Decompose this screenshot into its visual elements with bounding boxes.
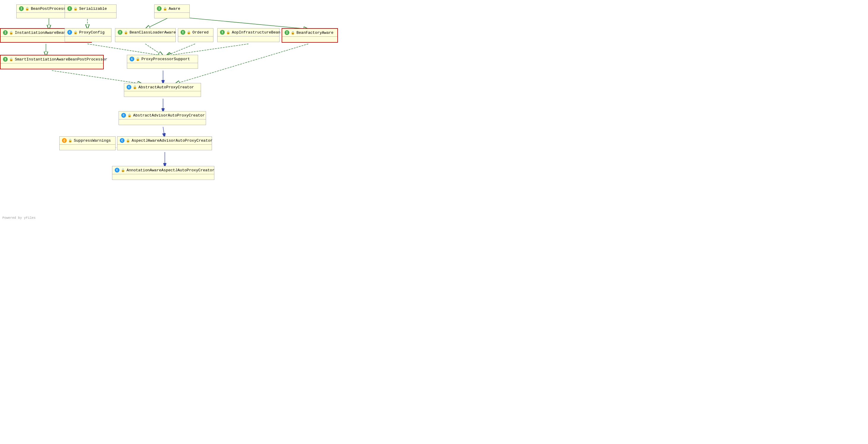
node-abstractadvisorautoproxycreator-header: C 🔒 AbstractAdvisorAutoProxyCreator	[119, 112, 206, 120]
node-aopinfrastructurebean-header: I 🔒 AopInfrastructureBean	[218, 28, 279, 36]
badge-i-bpp: I	[19, 6, 24, 11]
node-abstractadvisorautoproxycreator-label: AbstractAdvisorAutoProxyCreator	[133, 113, 205, 118]
node-beanclassloaderaware-label: BeanClassLoaderAware	[129, 30, 176, 35]
badge-c-aaaapc: C	[115, 168, 120, 172]
node-smartinstantiation-body	[1, 63, 103, 69]
node-beanfactoryaware-label: BeanFactoryAware	[297, 31, 334, 35]
node-beanfactoryaware[interactable]: I 🔒 BeanFactoryAware	[282, 28, 338, 43]
node-abstractadvisorautoproxycreator-body	[119, 120, 206, 125]
node-smartinstantiation-label: SmartInstantiationAwareBeanPostProcessor	[15, 57, 107, 62]
svg-line-15	[52, 70, 142, 84]
node-proxyprocessorsupport-header: C 🔒 ProxyProcessorSupport	[127, 55, 198, 63]
node-smartinstantiation-header: I 🔒 SmartInstantiationAwareBeanPostProce…	[1, 56, 103, 63]
node-annotationaware-header: C 🔒 AnnotationAwareAspectJAutoProxyCreat…	[112, 166, 214, 174]
badge-i-siabpp: I	[3, 57, 8, 62]
node-aware-header: I 🔒 Aware	[154, 5, 189, 13]
node-proxyconfig-label: ProxyConfig	[79, 30, 105, 35]
node-proxyprocessorsupport[interactable]: C 🔒 ProxyProcessorSupport	[127, 55, 198, 69]
node-aopinfrastructurebean-body	[218, 36, 279, 42]
svg-line-11	[145, 44, 163, 56]
node-abstractadvisorautoproxycreator[interactable]: C 🔒 AbstractAdvisorAutoProxyCreator	[119, 111, 206, 125]
node-beanclassloaderaware[interactable]: I 🔒 BeanClassLoaderAware	[115, 28, 176, 42]
badge-c-pps: C	[129, 57, 134, 61]
node-beanclassloaderaware-header: I 🔒 BeanClassLoaderAware	[115, 28, 176, 36]
node-serializable-body	[65, 13, 116, 18]
node-beanclassloaderaware-body	[115, 36, 176, 42]
badge-c-aapc: C	[127, 85, 131, 90]
node-proxyprocessorsupport-label: ProxyProcessorSupport	[142, 57, 190, 61]
svg-line-13	[166, 44, 248, 56]
node-serializable-label: Serializable	[79, 6, 107, 11]
diagram-container: I 🔒 BeanPostProcessor I 🔒 Serializable I…	[0, 0, 434, 222]
node-ordered-header: I 🔒 Ordered	[178, 28, 213, 36]
node-suppresswarnings[interactable]: @ 🔒 SuppressWarnings	[59, 136, 116, 150]
node-serializable-header: I 🔒 Serializable	[65, 5, 116, 13]
node-abstractautoproxycreator-header: C 🔒 AbstractAutoProxyCreator	[124, 83, 201, 91]
node-smartinstantiation[interactable]: I 🔒 SmartInstantiationAwareBeanPostProce…	[0, 55, 104, 69]
node-aopinfrastructurebean-label: AopInfrastructureBean	[232, 30, 280, 35]
node-proxyconfig-header: C 🔒 ProxyConfig	[65, 28, 111, 36]
badge-i-iabpp: I	[3, 30, 8, 35]
node-annotationaware-label: AnnotationAwareAspectJAutoProxyCreator	[127, 168, 214, 172]
node-suppresswarnings-body	[60, 145, 115, 150]
badge-c-pc: C	[67, 30, 72, 35]
node-aspectjawareadvisor[interactable]: C 🔒 AspectJAwareAdvisorAutoProxyCreator	[117, 136, 212, 150]
badge-c-ajaapc: C	[120, 138, 125, 143]
node-abstractautoproxycreator-label: AbstractAutoProxyCreator	[138, 85, 194, 90]
svg-line-12	[166, 44, 195, 56]
node-beanfactoryaware-header: I 🔒 BeanFactoryAware	[282, 29, 337, 37]
node-abstractautoproxycreator-body	[124, 91, 201, 97]
node-annotationaware-body	[112, 174, 214, 180]
badge-i-ser: I	[67, 6, 72, 11]
node-suppresswarnings-header: @ 🔒 SuppressWarnings	[60, 137, 115, 145]
node-annotationaware[interactable]: C 🔒 AnnotationAwareAspectJAutoProxyCreat…	[112, 166, 214, 180]
badge-i-bcla: I	[118, 30, 122, 35]
node-aware[interactable]: I 🔒 Aware	[154, 4, 190, 19]
badge-i-ord: I	[181, 30, 185, 35]
node-ordered[interactable]: I 🔒 Ordered	[178, 28, 213, 42]
node-proxyconfig-body	[65, 36, 111, 42]
node-aspectjawareadvisor-body	[117, 145, 212, 150]
badge-i-aib: I	[220, 30, 225, 35]
node-aspectjawareadvisor-label: AspectJAwareAdvisorAutoProxyCreator	[132, 138, 213, 143]
node-ordered-body	[178, 36, 213, 42]
svg-line-18	[163, 127, 164, 137]
badge-i-bfa: I	[285, 30, 289, 35]
powered-by-label: Powered by yFiles	[2, 216, 36, 220]
node-aspectjawareadvisor-header: C 🔒 AspectJAwareAdvisorAutoProxyCreator	[117, 137, 212, 145]
svg-line-9	[172, 16, 308, 29]
badge-c-aaapc: C	[121, 113, 126, 118]
node-suppresswarnings-label: SuppressWarnings	[74, 138, 111, 143]
node-abstractautoproxycreator[interactable]: C 🔒 AbstractAutoProxyCreator	[124, 83, 201, 97]
node-beanfactoryaware-body	[282, 37, 337, 42]
node-proxyprocessorsupport-body	[127, 63, 198, 68]
badge-i-aware: I	[157, 6, 161, 11]
node-aware-body	[154, 13, 189, 18]
node-proxyconfig[interactable]: C 🔒 ProxyConfig	[65, 28, 112, 42]
node-aopinfrastructurebean[interactable]: I 🔒 AopInfrastructureBean	[217, 28, 280, 42]
node-serializable[interactable]: I 🔒 Serializable	[65, 4, 117, 19]
svg-line-10	[88, 44, 163, 56]
badge-at-sw: @	[62, 138, 67, 143]
node-aware-label: Aware	[169, 6, 180, 11]
node-ordered-label: Ordered	[192, 30, 209, 35]
node-beanpostprocessor-label: BeanPostProcessor	[31, 6, 70, 11]
